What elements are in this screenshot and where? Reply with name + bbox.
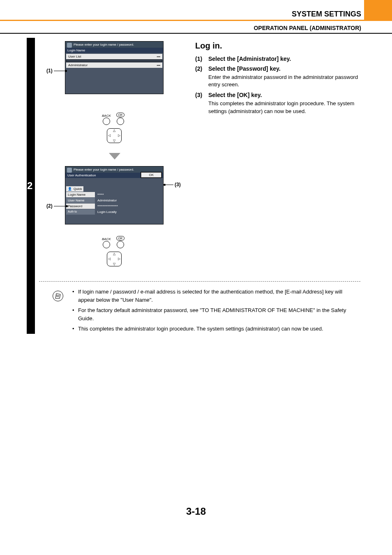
panel2-ok-button[interactable]: OK [141, 172, 161, 178]
panel1-section-label: Login Name [65, 48, 163, 53]
notes-block: • If login name / password / e-mail addr… [72, 288, 360, 335]
step-3-body: This completes the administrator login p… [208, 100, 360, 115]
auth-to-value: Login Locally [95, 209, 162, 215]
dpad-down-icon: ▽ [113, 262, 115, 266]
instruction-step-2: (2) Select the [Password] key. Enter the… [195, 65, 360, 88]
back-label-2: BACK [102, 237, 111, 241]
administrator-label: Administrator [68, 63, 88, 67]
dpad-up-icon: △ [113, 129, 115, 132]
dpad-right-icon: ▷ [118, 257, 120, 261]
note-2: • For the factory default administrator … [72, 306, 360, 322]
step-2-body: Enter the administrator password in the … [208, 74, 360, 88]
callout-2-dot [66, 205, 68, 207]
panel1-prompt: Please enter your login name / password. [65, 42, 163, 48]
dpad-down-icon: ▽ [113, 139, 115, 143]
ok-label-2: OK [116, 236, 125, 240]
header-accent [364, 0, 392, 20]
quick-label: Quick [74, 187, 82, 191]
callout-2-label: (2) [46, 203, 53, 209]
step-number: 2 [27, 180, 32, 192]
more-icon: ••• [157, 55, 160, 58]
panel2-section-text: User Authentication [67, 173, 96, 177]
screen-panel-2: Please enter your login name / password.… [65, 166, 164, 224]
auth-to-key: Auth to [66, 209, 95, 215]
callout-3-label: (3) [175, 182, 181, 187]
info-icon [67, 168, 72, 173]
panel2-prompt-text: Please enter your login name / password. [74, 168, 134, 171]
screen-panel-1: Please enter your login name / password.… [65, 41, 164, 94]
note-3: • This completes the administrator login… [72, 325, 360, 333]
login-name-value: ***** [95, 192, 162, 197]
panel2-prompt: Please enter your login name / password. [65, 166, 163, 173]
control-cluster-2: BACK OK △ ▽ ◁ ▷ [102, 234, 127, 271]
note-3-text: This completes the administrator login p… [78, 325, 360, 333]
dpad-2[interactable]: △ ▽ ◁ ▷ [107, 252, 122, 266]
control-cluster-1: BACK OK △ ▽ ◁ ▷ [102, 110, 127, 147]
step-3-num: (3) [195, 92, 208, 115]
dpad-left-icon: ◁ [108, 134, 111, 137]
password-value: **************** [95, 204, 162, 209]
login-name-key[interactable]: Login Name [66, 192, 95, 197]
step-1-title: Select the [Administrator] key. [208, 56, 360, 62]
instructions-heading: Log in. [195, 41, 360, 51]
instruction-step-1: (1) Select the [Administrator] key. [195, 56, 360, 62]
direct-entry-row [66, 60, 162, 62]
password-key[interactable]: Password [66, 204, 95, 209]
step-2-num: (2) [195, 65, 208, 88]
dpad[interactable]: △ ▽ ◁ ▷ [107, 128, 122, 143]
callout-1-line [54, 71, 65, 71]
dpad-right-icon: ▷ [118, 134, 120, 137]
note-2-text: For the factory default administrator pa… [78, 306, 360, 322]
note-1-text: If login name / password / e-mail addres… [78, 288, 360, 304]
ok-button[interactable] [117, 118, 124, 125]
callout-1-dot [65, 70, 67, 72]
step-2-title: Select the [Password] key. [208, 65, 360, 72]
user-name-key: User Name [66, 198, 95, 203]
more-icon: ••• [157, 63, 160, 67]
instruction-step-3: (3) Select the [OK] key. This completes … [195, 92, 360, 115]
flow-arrow-down-icon [109, 153, 120, 160]
page-number: 3-18 [0, 506, 392, 517]
step-1-num: (1) [195, 56, 208, 62]
back-button[interactable] [103, 118, 110, 125]
page-header-title: SYSTEM SETTINGS [292, 10, 361, 18]
administrator-row[interactable]: Administrator ••• [66, 62, 162, 68]
ok-label: OK [116, 113, 125, 117]
page-subheader: OPERATION PANEL (ADMINISTRATOR) [254, 25, 361, 31]
user-list-label: User List [68, 55, 81, 58]
panel1-prompt-text: Please enter your login name / password. [74, 43, 134, 46]
dashed-separator [39, 281, 360, 282]
note-icon [53, 291, 63, 301]
panel1-empty [65, 69, 163, 94]
callout-3-line [164, 185, 173, 185]
instructions-block: Log in. (1) Select the [Administrator] k… [195, 41, 360, 118]
back-button-2[interactable] [103, 241, 110, 248]
ok-button-2[interactable] [117, 241, 124, 248]
dpad-left-icon: ◁ [108, 257, 111, 261]
info-icon [67, 43, 72, 48]
step-3-title: Select the [OK] key. [208, 92, 360, 98]
panel2-body: OK 👤 Quick Login Name ***** User Name Ad… [65, 178, 163, 224]
quick-row[interactable]: 👤 Quick [66, 186, 83, 192]
header-rule-orange [0, 20, 392, 21]
callout-2-line [54, 206, 66, 206]
user-icon: 👤 [68, 187, 72, 191]
header-rule-black [0, 33, 392, 34]
back-label: BACK [102, 114, 111, 118]
dpad-up-icon: △ [113, 252, 115, 256]
callout-1-label: (1) [46, 68, 53, 74]
user-list-row[interactable]: User List ••• [66, 54, 162, 59]
user-name-value: Administrator [95, 198, 162, 203]
panel1-list: User List ••• Administrator ••• [65, 53, 163, 69]
note-1: • If login name / password / e-mail addr… [72, 288, 360, 304]
